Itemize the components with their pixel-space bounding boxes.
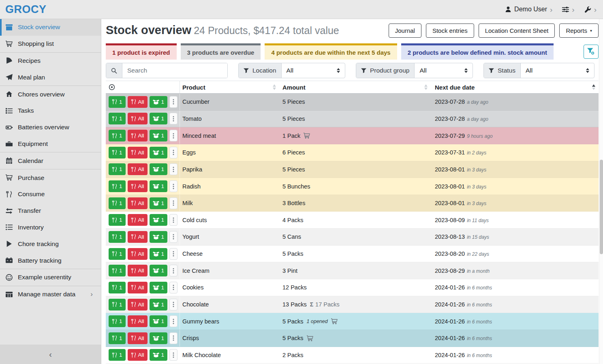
sidebar-item-tasks[interactable]: Tasks bbox=[0, 103, 101, 119]
table-row[interactable]: 1 All 1 Paprika 5 Pieces bbox=[106, 161, 599, 178]
sidebar-item-battery-tracking[interactable]: Battery tracking bbox=[0, 252, 101, 269]
table-row[interactable]: 1 All 1 Crisps 5 Packs bbox=[106, 330, 599, 347]
table-row[interactable]: 1 All 1 Minced meat 1 Pack bbox=[106, 127, 599, 144]
consume-all-button[interactable]: All bbox=[128, 282, 148, 293]
open-one-button[interactable]: 1 bbox=[150, 248, 168, 260]
row-menu-button[interactable] bbox=[169, 231, 177, 243]
table-row[interactable]: 1 All 1 Chocolate 13 Packs bbox=[106, 296, 599, 313]
column-visibility-toggle[interactable] bbox=[106, 81, 180, 93]
table-row[interactable]: 1 All 1 Cucumber 5 Pieces bbox=[106, 94, 599, 111]
open-one-button[interactable]: 1 bbox=[150, 96, 168, 108]
open-one-button[interactable]: 1 bbox=[150, 147, 168, 158]
consume-one-button[interactable]: 1 bbox=[109, 231, 126, 243]
row-menu-button[interactable] bbox=[169, 197, 177, 209]
consume-one-button[interactable]: 1 bbox=[109, 180, 126, 192]
table-row[interactable]: 1 All 1 Radish 5 Bunches bbox=[106, 178, 599, 195]
open-one-button[interactable]: 1 bbox=[150, 130, 168, 141]
consume-one-button[interactable]: 1 bbox=[109, 248, 126, 260]
alert-below-min[interactable]: 2 products are below defined min. stock … bbox=[401, 43, 554, 60]
open-one-button[interactable]: 1 bbox=[150, 349, 168, 361]
row-menu-button[interactable] bbox=[169, 265, 177, 276]
scrollbar-thumb[interactable] bbox=[600, 160, 603, 254]
page-scrollbar[interactable] bbox=[599, 19, 603, 364]
consume-one-button[interactable]: 1 bbox=[109, 147, 126, 158]
sidebar-item-inventory[interactable]: Inventory bbox=[0, 219, 101, 236]
sidebar-item-consume[interactable]: Consume bbox=[0, 186, 101, 203]
row-menu-button[interactable] bbox=[169, 163, 177, 175]
consume-all-button[interactable]: All bbox=[128, 265, 148, 276]
sidebar-item-stock-overview[interactable]: Stock overview bbox=[0, 19, 101, 36]
table-row[interactable]: 1 All 1 Cold cuts 4 Packs bbox=[106, 212, 599, 229]
consume-one-button[interactable]: 1 bbox=[109, 197, 126, 209]
consume-one-button[interactable]: 1 bbox=[109, 163, 126, 175]
settings-menu[interactable]: › bbox=[562, 6, 574, 13]
open-one-button[interactable]: 1 bbox=[150, 214, 168, 226]
row-menu-button[interactable] bbox=[169, 315, 177, 327]
admin-menu[interactable]: › bbox=[584, 6, 597, 13]
open-one-button[interactable]: 1 bbox=[150, 282, 168, 293]
consume-all-button[interactable]: All bbox=[128, 231, 148, 243]
consume-one-button[interactable]: 1 bbox=[109, 332, 126, 344]
table-row[interactable]: 1 All 1 Cheese 5 Packs bbox=[106, 246, 599, 263]
consume-all-button[interactable]: All bbox=[128, 96, 148, 108]
open-one-button[interactable]: 1 bbox=[150, 299, 168, 310]
table-row[interactable]: 1 All 1 Ice Cream 3 Pint bbox=[106, 262, 599, 279]
open-one-button[interactable]: 1 bbox=[150, 265, 168, 276]
open-one-button[interactable]: 1 bbox=[150, 332, 168, 344]
open-one-button[interactable]: 1 bbox=[150, 315, 168, 327]
consume-all-button[interactable]: All bbox=[128, 113, 148, 124]
sidebar-item-example-userentity[interactable]: Example userentity bbox=[0, 269, 101, 286]
consume-all-button[interactable]: All bbox=[128, 130, 148, 141]
consume-all-button[interactable]: All bbox=[128, 299, 148, 310]
sidebar-collapse-button[interactable]: ‹ bbox=[0, 345, 101, 364]
row-menu-button[interactable] bbox=[169, 248, 177, 260]
open-one-button[interactable]: 1 bbox=[150, 113, 168, 124]
open-one-button[interactable]: 1 bbox=[150, 163, 168, 175]
sidebar-item-shopping-list[interactable]: Shopping list bbox=[0, 36, 101, 52]
row-menu-button[interactable] bbox=[169, 282, 177, 293]
column-header-next-due-date[interactable]: Next due date bbox=[435, 81, 599, 93]
table-row[interactable]: 1 All 1 Yogurt 5 Cans bbox=[106, 229, 599, 246]
table-row[interactable]: 1 All 1 Eggs 6 Pieces bbox=[106, 144, 599, 161]
table-row[interactable]: 1 All 1 Milk 3 Bottles bbox=[106, 195, 599, 212]
row-menu-button[interactable] bbox=[169, 299, 177, 310]
sidebar-item-equipment[interactable]: Equipment bbox=[0, 136, 101, 152]
search-input[interactable] bbox=[122, 63, 227, 78]
consume-all-button[interactable]: All bbox=[128, 147, 148, 158]
consume-one-button[interactable]: 1 bbox=[109, 130, 126, 141]
sidebar-item-chores-overview[interactable]: Chores overview bbox=[0, 86, 101, 103]
consume-one-button[interactable]: 1 bbox=[109, 315, 126, 327]
open-one-button[interactable]: 1 bbox=[150, 231, 168, 243]
stock-entries-button[interactable]: Stock entries bbox=[426, 24, 474, 38]
consume-one-button[interactable]: 1 bbox=[109, 265, 126, 276]
sidebar-item-recipes[interactable]: Recipes bbox=[0, 53, 101, 69]
column-header-product[interactable]: Product bbox=[180, 81, 282, 93]
column-header-amount[interactable]: Amount bbox=[282, 81, 435, 93]
consume-all-button[interactable]: All bbox=[128, 315, 148, 327]
reports-dropdown-button[interactable]: Reports▾ bbox=[559, 24, 599, 38]
consume-all-button[interactable]: All bbox=[128, 180, 148, 192]
location-select[interactable]: All bbox=[282, 63, 345, 78]
user-menu[interactable]: Demo User › bbox=[505, 6, 552, 13]
consume-all-button[interactable]: All bbox=[128, 214, 148, 226]
sidebar-item-batteries-overview[interactable]: Batteries overview bbox=[0, 119, 101, 136]
consume-one-button[interactable]: 1 bbox=[109, 349, 126, 361]
sidebar-item-chore-tracking[interactable]: Chore tracking bbox=[0, 236, 101, 252]
status-select[interactable]: All bbox=[521, 63, 594, 78]
alert-due-soon[interactable]: 4 products are due within the next 5 day… bbox=[265, 43, 397, 60]
row-menu-button[interactable] bbox=[169, 130, 177, 141]
sidebar-item-transfer[interactable]: Transfer bbox=[0, 203, 101, 219]
alert-expired[interactable]: 1 product is expired bbox=[106, 43, 177, 60]
consume-all-button[interactable]: All bbox=[128, 163, 148, 175]
clear-filter-button[interactable] bbox=[584, 45, 599, 59]
row-menu-button[interactable] bbox=[169, 147, 177, 158]
alert-overdue[interactable]: 3 products are overdue bbox=[181, 43, 261, 60]
consume-all-button[interactable]: All bbox=[128, 349, 148, 361]
sidebar-item-meal-plan[interactable]: Meal plan bbox=[0, 69, 101, 86]
sidebar-item-calendar[interactable]: Calendar bbox=[0, 152, 101, 169]
row-menu-button[interactable] bbox=[169, 214, 177, 226]
location-content-sheet-button[interactable]: Location Content Sheet bbox=[479, 24, 555, 38]
sidebar-item-purchase[interactable]: Purchase bbox=[0, 169, 101, 186]
table-row[interactable]: 1 All 1 Milk Chocolate 2 Pac bbox=[106, 347, 599, 364]
consume-one-button[interactable]: 1 bbox=[109, 113, 126, 124]
